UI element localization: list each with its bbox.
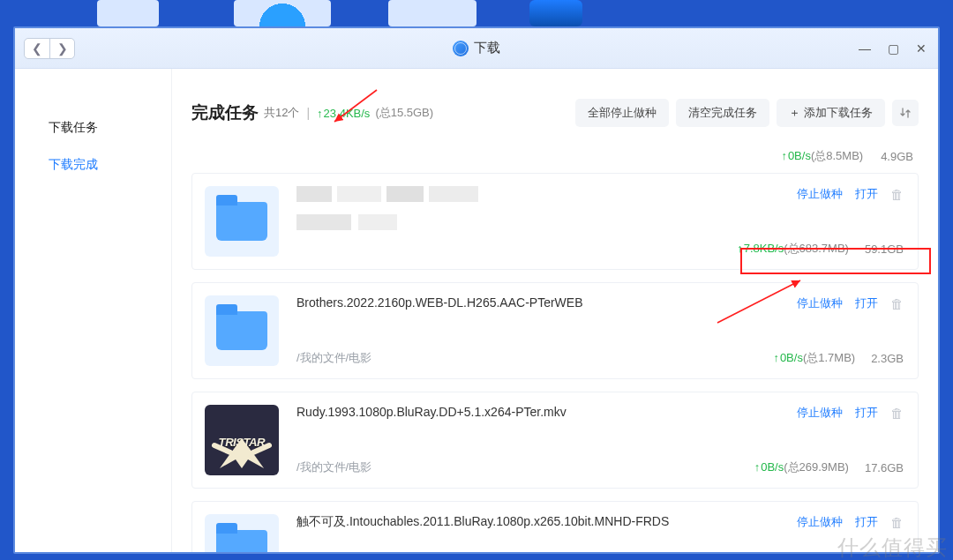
open-button[interactable]: 打开 bbox=[855, 405, 878, 421]
task-list: ↑0B/s(总8.5MB) 4.9GB 停止做种 打开 🗑 ↑7.8 bbox=[191, 143, 919, 552]
stop-seed-button[interactable]: 停止做种 bbox=[797, 514, 843, 530]
page-header: 完成任务 共12个 | ↑ 23.4KB/s (总15.5GB) 全部停止做种 … bbox=[191, 99, 919, 127]
watermark: 什么值得买 bbox=[837, 534, 953, 560]
item-size: 2.3GB bbox=[871, 352, 904, 365]
prev-item-size: 4.9GB bbox=[881, 150, 913, 163]
open-button[interactable]: 打开 bbox=[855, 295, 878, 311]
stop-seed-button[interactable]: 停止做种 bbox=[797, 295, 843, 311]
sidebar: 下载任务 下载完成 bbox=[15, 69, 172, 552]
overall-speed: 23.4KB/s bbox=[324, 107, 371, 120]
folder-icon bbox=[205, 295, 279, 366]
overall-total: (总15.5GB) bbox=[375, 105, 433, 121]
item-size: 59.1GB bbox=[865, 243, 904, 256]
movie-poster: TRISTAR bbox=[205, 405, 279, 475]
item-speed: ↑0B/s(总1.7MB) bbox=[773, 350, 855, 366]
minimize-button[interactable]: — bbox=[857, 41, 873, 56]
list-item[interactable]: 停止做种 打开 🗑 ↑7.8KB/s(总683.7MB) 59.1GB bbox=[191, 173, 919, 270]
divider: | bbox=[306, 106, 310, 120]
list-item[interactable]: TRISTAR Rudy.1993.1080p.BluRay.DD+5.1.x2… bbox=[191, 392, 919, 489]
sort-button[interactable] bbox=[892, 100, 919, 126]
stop-seed-button[interactable]: 停止做种 bbox=[797, 186, 843, 202]
list-item[interactable]: 触不可及.Intouchables.2011.BluRay.1080p.x265… bbox=[191, 501, 919, 552]
clear-completed-button[interactable]: 清空完成任务 bbox=[676, 99, 769, 127]
open-button[interactable]: 打开 bbox=[855, 186, 878, 202]
item-speed: ↑0B/s(总269.9MB) bbox=[754, 459, 849, 475]
nav-arrows: ❮ ❯ bbox=[24, 38, 75, 59]
close-button[interactable]: ✕ bbox=[913, 41, 929, 56]
add-task-button[interactable]: ＋ 添加下载任务 bbox=[777, 99, 885, 127]
upload-arrow-icon: ↑ bbox=[781, 149, 787, 162]
item-size: 17.6GB bbox=[865, 461, 904, 474]
delete-icon[interactable]: 🗑 bbox=[890, 406, 904, 421]
list-item[interactable]: Brothers.2022.2160p.WEB-DL.H265.AAC-PTer… bbox=[191, 282, 919, 379]
page-title: 完成任务 bbox=[191, 101, 259, 124]
censored-title bbox=[296, 186, 526, 234]
task-count: 共12个 bbox=[264, 105, 299, 121]
folder-icon bbox=[205, 514, 279, 552]
delete-icon[interactable]: 🗑 bbox=[890, 515, 904, 530]
main-panel: 完成任务 共12个 | ↑ 23.4KB/s (总15.5GB) 全部停止做种 … bbox=[172, 69, 938, 552]
nav-back-button[interactable]: ❮ bbox=[25, 39, 49, 58]
prev-item-meta: ↑0B/s(总8.5MB) 4.9GB bbox=[191, 143, 919, 173]
upload-arrow-icon: ↑ bbox=[317, 107, 323, 120]
titlebar: ❮ ❯ 下载 — ▢ ✕ bbox=[15, 28, 938, 69]
window-title: 下载 bbox=[474, 40, 500, 56]
stop-all-button[interactable]: 全部停止做种 bbox=[575, 99, 669, 127]
maximize-button[interactable]: ▢ bbox=[885, 41, 901, 56]
toolbar: 全部停止做种 清空完成任务 ＋ 添加下载任务 bbox=[575, 99, 919, 127]
sidebar-item-tasks[interactable]: 下载任务 bbox=[15, 109, 171, 146]
nav-forward-button[interactable]: ❯ bbox=[49, 39, 74, 58]
delete-icon[interactable]: 🗑 bbox=[890, 296, 904, 311]
open-button[interactable]: 打开 bbox=[855, 514, 878, 530]
background-decor bbox=[0, 0, 953, 26]
delete-icon[interactable]: 🗑 bbox=[890, 187, 904, 202]
app-window: ❮ ❯ 下载 — ▢ ✕ 下载任务 下载完成 完成任务 共12个 | ↑ 23.… bbox=[13, 26, 940, 554]
stop-seed-button[interactable]: 停止做种 bbox=[797, 405, 843, 421]
folder-icon bbox=[205, 186, 279, 257]
sidebar-item-completed[interactable]: 下载完成 bbox=[15, 146, 171, 183]
item-speed: ↑7.8KB/s(总683.7MB) bbox=[737, 241, 849, 257]
app-icon bbox=[453, 41, 469, 56]
